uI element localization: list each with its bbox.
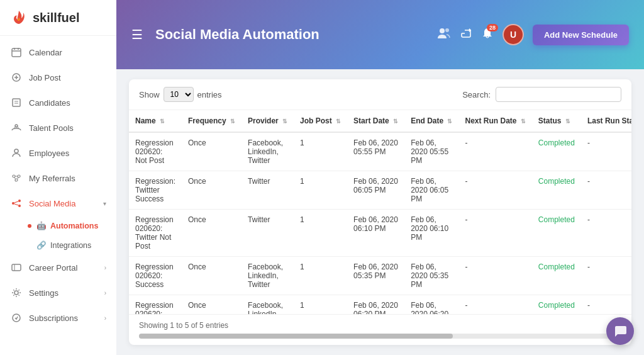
logo-area: skillfuel — [0, 0, 116, 36]
cell-name: Regression 020620: Post All — [129, 295, 182, 315]
sidebar-item-integrations[interactable]: 🔗 Integrations — [23, 235, 116, 255]
svg-point-20 — [18, 200, 21, 202]
scrollbar-thumb — [139, 334, 453, 339]
cell-start-date: Feb 06, 2020 06:05 PM — [347, 171, 404, 210]
cell-status: Completed — [532, 132, 581, 171]
cell-next-run-date: - — [458, 132, 531, 171]
cell-next-run-date: - — [458, 171, 531, 210]
sidebar-item-candidates-label: Candidates — [29, 98, 106, 108]
sidebar-item-automations-label: Automations — [50, 222, 98, 230]
sidebar-item-job-post[interactable]: Job Post — [0, 65, 116, 90]
svg-rect-24 — [12, 264, 21, 271]
cell-provider: Facebook, LinkedIn, Twitter — [242, 257, 294, 295]
cell-name: Regression 020620: Twitter Not Post — [129, 210, 182, 257]
cell-status: Completed — [532, 257, 581, 295]
header-right: 28 U Add New Schedule — [437, 24, 629, 45]
cell-status: Completed — [532, 295, 581, 315]
add-schedule-button[interactable]: Add New Schedule — [533, 25, 629, 45]
content-area: Show 10 25 50 entries Search: — [116, 69, 644, 355]
col-job-post: Job Post ⇅ — [294, 110, 347, 132]
col-status: Status ⇅ — [532, 110, 581, 132]
cell-start-date: Feb 06, 2020 06:20 PM — [347, 295, 404, 315]
logo-text: skillfuel — [33, 11, 79, 25]
hamburger-button[interactable]: ☰ — [131, 27, 143, 42]
cell-status: Completed — [532, 210, 581, 257]
my-referrals-icon — [10, 172, 23, 184]
sidebar-item-career-portal-label: Career Portal — [29, 263, 104, 273]
cell-start-date: Feb 06, 2020 05:35 PM — [347, 257, 404, 295]
svg-point-21 — [18, 205, 21, 207]
cell-next-run-date: - — [458, 295, 531, 315]
sidebar-item-calendar-label: Calendar — [29, 48, 106, 57]
cell-end-date: Feb 06, 2020 06:10 PM — [404, 210, 458, 257]
cell-name: Regression 020620: Not Post — [129, 132, 182, 171]
sidebar-item-automations[interactable]: 🤖 Automations — [23, 216, 116, 235]
social-media-expand-icon: ▾ — [103, 200, 106, 207]
cell-end-date: Feb 06, 2020 05:35 PM — [404, 257, 458, 295]
cell-last-run-status: - — [581, 295, 631, 315]
social-media-subnav: 🤖 Automations 🔗 Integrations — [0, 216, 116, 255]
notification-button[interactable]: 28 — [481, 27, 494, 43]
cell-start-date: Feb 06, 2020 06:10 PM — [347, 210, 404, 257]
table-footer-text: Showing 1 to 5 of 5 entries — [139, 321, 621, 330]
table-row: Regression 020620: Success Once Facebook… — [129, 257, 631, 295]
col-next-run-date: Next Run Date ⇅ — [458, 110, 531, 132]
sidebar-item-social-media[interactable]: Social Media ▾ — [0, 191, 116, 216]
svg-rect-8 — [13, 99, 20, 106]
search-control: Search: — [462, 87, 621, 102]
subscriptions-arrow-icon: › — [104, 315, 106, 322]
search-input[interactable] — [496, 87, 621, 102]
table-controls: Show 10 25 50 entries Search: — [129, 79, 631, 110]
integrations-icon: 🔗 — [36, 240, 47, 250]
sidebar-item-subscriptions[interactable]: Subscriptions › — [0, 305, 116, 330]
chat-bubble-button[interactable] — [606, 317, 634, 345]
col-frequency: Frequency ⇅ — [182, 110, 242, 132]
sidebar-item-candidates[interactable]: Candidates — [0, 90, 116, 115]
show-entries-control: Show 10 25 50 entries — [139, 87, 222, 102]
cell-job-post: 1 — [294, 132, 347, 171]
svg-point-11 — [15, 125, 18, 127]
table-row: Regression 020620: Post All Once Faceboo… — [129, 295, 631, 315]
sidebar-item-employees[interactable]: Employees — [0, 140, 116, 166]
entries-select[interactable]: 10 25 50 — [164, 87, 194, 102]
candidates-icon — [10, 96, 23, 109]
subscriptions-icon — [10, 312, 23, 324]
sidebar-item-my-referrals-label: My Referrals — [29, 174, 106, 183]
cell-last-run-status: - — [581, 171, 631, 210]
col-name: Name ⇅ — [129, 110, 182, 132]
cell-job-post: 1 — [294, 295, 347, 315]
header-left: ☰ Social Media Automation — [131, 26, 319, 43]
avatar[interactable]: U — [502, 24, 524, 45]
page-header: ☰ Social Media Automation 28 U Add New S… — [116, 0, 644, 69]
table-row: Regression 020620: Twitter Not Post Once… — [129, 210, 631, 257]
sidebar-item-my-referrals[interactable]: My Referrals — [0, 166, 116, 191]
sidebar-item-integrations-label: Integrations — [50, 241, 91, 250]
horizontal-scrollbar[interactable] — [139, 334, 621, 339]
sidebar-item-calendar[interactable]: Calendar — [0, 40, 116, 65]
sidebar-item-career-portal[interactable]: Career Portal › — [0, 255, 116, 280]
svg-point-14 — [18, 175, 20, 178]
table-row: Regression 020620: Not Post Once Faceboo… — [129, 132, 631, 171]
cell-job-post: 1 — [294, 210, 347, 257]
cell-provider: Twitter — [242, 171, 294, 210]
search-label: Search: — [462, 90, 491, 99]
svg-point-12 — [14, 149, 18, 153]
cell-provider: Facebook, LinkedIn, Twitter — [242, 132, 294, 171]
sidebar-item-talent-pools[interactable]: Talent Pools — [0, 115, 116, 140]
cell-last-run-status: - — [581, 210, 631, 257]
main-content: ☰ Social Media Automation 28 U Add New S… — [116, 0, 644, 355]
table-header-row: Name ⇅ Frequency ⇅ Provider ⇅ Job Post ⇅… — [129, 110, 631, 132]
sidebar-item-job-post-label: Job Post — [29, 73, 106, 82]
cell-frequency: Once — [182, 132, 242, 171]
col-provider: Provider ⇅ — [242, 110, 294, 132]
cell-frequency: Once — [182, 210, 242, 257]
cell-provider: Twitter — [242, 210, 294, 257]
share-icon-button[interactable] — [460, 27, 472, 43]
svg-point-28 — [440, 28, 445, 33]
users-icon-button[interactable] — [437, 27, 451, 43]
cell-end-date: Feb 06, 2020 06:05 PM — [404, 171, 458, 210]
svg-point-19 — [12, 202, 14, 205]
sidebar-item-settings[interactable]: Settings › — [0, 280, 116, 305]
job-post-icon — [10, 71, 23, 84]
svg-rect-1 — [12, 48, 21, 57]
